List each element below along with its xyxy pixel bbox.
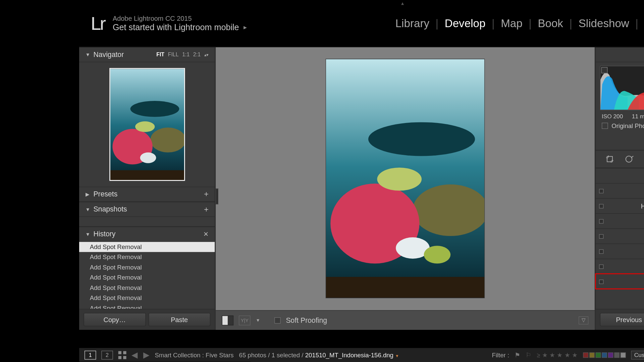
history-item[interactable]: Add Spot Removal — [79, 293, 215, 303]
rating-filter[interactable]: ≥ ★ ★ ★ ★ ★ — [537, 351, 578, 358]
thumbnail-image — [110, 69, 185, 181]
panel-hsl[interactable]: HSL/ Color/ B & W ◀ — [595, 198, 644, 213]
panel-switch-icon[interactable] — [599, 234, 603, 239]
spot-removal-tool-icon[interactable] — [623, 153, 636, 166]
history-item[interactable]: Add Spot Removal — [79, 252, 215, 262]
breadcrumb-menu-icon[interactable]: ▼ — [395, 354, 399, 358]
svg-point-13 — [424, 246, 451, 263]
main-photo[interactable] — [326, 59, 484, 298]
panel-tone-curve[interactable]: Tone Curve◀ — [595, 183, 644, 198]
histogram-graph[interactable] — [600, 66, 644, 110]
panel-basic[interactable]: Basic◀ — [595, 168, 644, 183]
flag-rejected-icon[interactable]: ⚐ — [526, 351, 531, 358]
panel-camera-calibration[interactable]: Camera Calibration◀ — [595, 274, 644, 289]
source-label[interactable]: Smart Collection : Five Stars — [155, 351, 233, 358]
svg-point-5 — [135, 121, 154, 132]
module-library[interactable]: Library — [389, 17, 435, 29]
nav-next-icon[interactable]: ▶ — [143, 350, 150, 360]
original-photo-checkbox[interactable] — [602, 123, 608, 129]
filename-label: 201510_MT_Indonesia-156.dng — [305, 351, 393, 358]
add-snapshot-icon[interactable]: + — [204, 205, 209, 214]
panel-switch-icon[interactable] — [599, 219, 603, 224]
copy-settings-button[interactable]: Copy… — [84, 313, 146, 326]
svg-point-8 — [368, 122, 475, 156]
history-item[interactable]: Add Spot Removal — [79, 283, 215, 293]
filmstrip-toolbar: 1 2 ◀ ▶ Smart Collection : Five Stars 65… — [79, 348, 644, 362]
navigator-title: Navigator — [93, 51, 124, 59]
disclosure-down-icon: ▼ — [86, 207, 90, 212]
panel-switch-icon[interactable] — [599, 264, 603, 269]
hsl-tab[interactable]: HSL — [641, 202, 644, 210]
svg-point-16 — [626, 156, 632, 162]
zoom-fill[interactable]: FILL — [168, 52, 179, 58]
previous-button[interactable]: Previous — [600, 313, 644, 326]
mobile-link[interactable]: Get started with Lightroom mobile ▶ — [113, 22, 247, 32]
panel-effects[interactable]: Effects◀ — [595, 259, 644, 274]
history-item[interactable]: Add Spot Removal — [79, 242, 215, 252]
before-after-menu-icon[interactable]: ▼ — [256, 318, 260, 323]
soft-proofing-label: Soft Proofing — [286, 316, 327, 324]
toolbar-menu-icon[interactable]: ▽ — [579, 316, 588, 324]
snapshots-header[interactable]: ▼ Snapshots + — [79, 202, 215, 217]
collapse-top-icon[interactable]: ▴ — [401, 0, 408, 4]
paste-settings-button[interactable]: Paste — [148, 313, 210, 326]
svg-rect-6 — [110, 170, 185, 181]
panel-detail[interactable]: Detail◀ — [595, 213, 644, 228]
grid-view-icon[interactable] — [118, 351, 126, 359]
panel-transform[interactable]: Transform◀ — [595, 244, 644, 259]
tool-strip — [595, 150, 644, 168]
main-window-button[interactable]: 1 — [85, 351, 96, 360]
exif-focal: 11 mm — [632, 113, 644, 120]
history-item[interactable]: Add Spot Removal — [79, 303, 215, 309]
shadow-clipping-icon[interactable] — [601, 67, 608, 73]
before-after-lr-button[interactable]: Y|Y — [239, 315, 250, 325]
soft-proofing-checkbox[interactable] — [274, 317, 281, 323]
nav-prev-icon[interactable]: ◀ — [131, 350, 138, 360]
redeye-tool-icon[interactable] — [643, 153, 644, 166]
zoom-2-1[interactable]: 2:1 — [193, 52, 201, 58]
panel-switch-icon[interactable] — [599, 204, 603, 208]
module-slideshow[interactable]: Slideshow — [572, 17, 635, 29]
histogram-panel: ISO 200 11 mm ƒ / 11 ¹⁄₁₂₅ sec Original … — [595, 62, 644, 150]
module-picker: Library| Develop| Map| Book| Slideshow| … — [389, 17, 644, 29]
mobile-link-label: Get started with Lightroom mobile — [113, 22, 239, 32]
right-panel-group: Histogram ▼ ISO 200 — [595, 47, 644, 330]
panel-switch-icon[interactable] — [599, 249, 603, 254]
label-filter[interactable] — [583, 352, 626, 358]
svg-point-11 — [377, 167, 422, 190]
left-panel-group: ▼ Navigator FIT FILL 1:1 2:1 ▴▾ — [79, 47, 215, 330]
module-develop[interactable]: Develop — [438, 17, 492, 29]
module-map[interactable]: Map — [495, 17, 529, 29]
snapshots-title: Snapshots — [93, 205, 127, 214]
flag-picked-icon[interactable]: ⚑ — [515, 351, 520, 358]
app-title: Adobe Lightroom CC 2015 — [113, 14, 247, 22]
history-header[interactable]: ▼ History ✕ — [79, 227, 215, 242]
zoom-1-1[interactable]: 1:1 — [182, 52, 190, 58]
second-window-button[interactable]: 2 — [101, 351, 113, 360]
add-preset-icon[interactable]: + — [204, 190, 209, 199]
presets-header[interactable]: ▶ Presets + — [79, 187, 215, 202]
zoom-fit[interactable]: FIT — [156, 52, 164, 58]
navigator-preview[interactable] — [79, 62, 215, 187]
navigator-header[interactable]: ▼ Navigator FIT FILL 1:1 2:1 ▴▾ — [79, 47, 215, 62]
history-item[interactable]: Add Spot Removal — [79, 273, 215, 283]
presets-title: Presets — [93, 190, 117, 198]
loupe-view-button[interactable] — [222, 315, 233, 325]
history-item[interactable]: Add Spot Removal — [79, 262, 215, 272]
disclosure-right-icon: ▶ — [86, 191, 90, 197]
module-print[interactable]: Print — [638, 17, 644, 29]
grab-handle-icon[interactable] — [216, 188, 218, 204]
panel-lens-corrections[interactable]: Lens Corrections◀ — [595, 229, 644, 244]
panel-switch-icon[interactable] — [599, 280, 603, 284]
custom-filter-select[interactable]: Custom Filter — [631, 351, 644, 360]
zoom-stepper-icon[interactable]: ▴▾ — [204, 52, 209, 57]
crop-tool-icon[interactable] — [603, 153, 616, 166]
panel-switch-icon[interactable] — [599, 189, 603, 193]
disclosure-down-icon: ▼ — [86, 232, 90, 237]
svg-point-1 — [130, 101, 179, 117]
module-book[interactable]: Book — [532, 17, 570, 29]
histogram-header[interactable]: Histogram ▼ — [595, 47, 644, 62]
identity-plate-header: ▴ Lr Adobe Lightroom CC 2015 Get started… — [79, 0, 644, 47]
clear-history-icon[interactable]: ✕ — [203, 231, 209, 238]
filter-label: Filter : — [492, 351, 509, 358]
